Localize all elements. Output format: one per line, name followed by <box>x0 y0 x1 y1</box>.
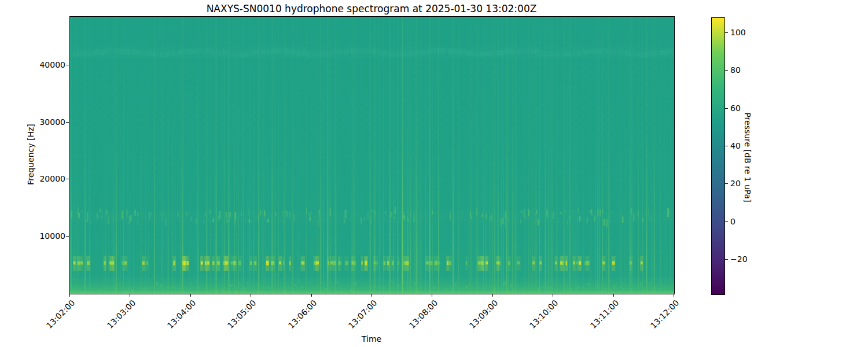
x-tick-label: 13:05:00 <box>226 298 258 330</box>
y-tick-mark <box>66 65 69 65</box>
colorbar-label: Pressure [dB re 1 uPa] <box>743 112 752 202</box>
x-axis-label: Time <box>362 334 381 344</box>
x-tick-label: 13:06:00 <box>286 298 318 330</box>
x-tick-label: 13:02:00 <box>45 298 76 330</box>
x-tick-mark <box>311 294 312 297</box>
x-tick-label: 13:12:00 <box>649 298 681 330</box>
colorbar-tick-mark <box>725 108 728 109</box>
colorbar-tick-label: 100 <box>730 28 746 36</box>
colorbar-tick-label: 40 <box>730 142 741 150</box>
chart-title: NAXYS-SN0010 hydrophone spectrogram at 2… <box>207 3 537 14</box>
x-tick-mark <box>674 294 674 297</box>
x-tick-mark <box>492 294 493 297</box>
colorbar-tick-label: −20 <box>730 255 748 263</box>
colorbar-tick-mark <box>725 183 728 184</box>
y-tick-label: 30000 <box>39 118 65 126</box>
x-tick-label: 13:11:00 <box>589 298 620 330</box>
x-tick-label: 13:04:00 <box>165 298 197 330</box>
colorbar-tick-mark <box>725 32 728 33</box>
y-tick-label: 40000 <box>39 61 65 69</box>
x-tick-mark <box>190 294 191 297</box>
colorbar-tick-mark <box>725 222 728 222</box>
colorbar-tick-label: 60 <box>730 104 741 112</box>
x-tick-label: 13:09:00 <box>468 298 499 330</box>
y-tick-label: 20000 <box>39 175 65 183</box>
spectrogram-figure: NAXYS-SN0010 hydrophone spectrogram at 2… <box>0 0 868 347</box>
y-tick-mark <box>66 236 69 237</box>
x-tick-mark <box>553 294 553 297</box>
x-tick-label: 13:07:00 <box>347 298 378 330</box>
x-tick-label: 13:08:00 <box>407 298 439 330</box>
x-tick-mark <box>613 294 614 297</box>
colorbar-tick-label: 20 <box>730 179 741 187</box>
x-tick-mark <box>69 294 70 297</box>
x-tick-label: 13:03:00 <box>105 298 137 330</box>
y-tick-mark <box>66 179 69 179</box>
spectrogram-canvas <box>70 17 674 294</box>
x-tick-mark <box>372 294 372 297</box>
colorbar-tick-mark <box>725 70 728 71</box>
colorbar-tick-mark <box>725 259 728 260</box>
y-tick-mark <box>66 122 69 123</box>
colorbar <box>711 17 725 295</box>
plot-area <box>69 16 675 294</box>
x-tick-mark <box>432 294 432 297</box>
x-tick-label: 13:10:00 <box>528 298 560 330</box>
x-tick-mark <box>251 294 251 297</box>
y-tick-label: 10000 <box>39 232 65 240</box>
y-axis-label: Frequency [Hz] <box>26 124 35 185</box>
colorbar-tick-label: 0 <box>730 217 735 226</box>
colorbar-tick-label: 80 <box>730 66 741 74</box>
colorbar-tick-mark <box>725 146 728 146</box>
x-tick-mark <box>130 294 130 297</box>
